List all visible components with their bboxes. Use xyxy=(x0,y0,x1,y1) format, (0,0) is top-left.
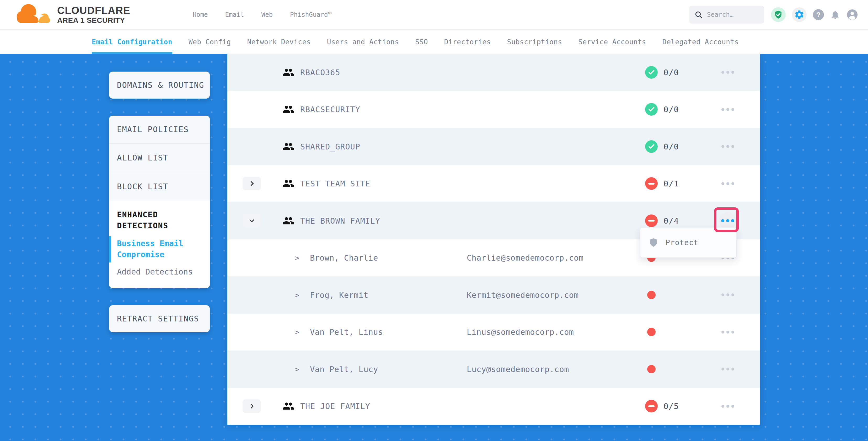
nav-item-web[interactable]: Web xyxy=(261,11,273,18)
table-row-member: >Van Pelt, LucyLucy@somedemocorp.com xyxy=(227,351,760,388)
ellipsis-dot xyxy=(726,405,729,408)
protection-count: 0/0 xyxy=(663,142,679,151)
group-name: RBACO365 xyxy=(300,68,340,77)
row-menu-button[interactable] xyxy=(715,175,741,193)
ellipsis-dot xyxy=(726,330,729,334)
sidebar-policies-card: EMAIL POLICIESALLOW LISTBLOCK LIST ENHAN… xyxy=(109,116,210,288)
page: CLOUDFLARE AREA 1 SECURITY HomeEmailWebP… xyxy=(0,0,868,441)
member-email: Charlie@somedemocorp.com xyxy=(467,253,584,262)
status-check-badge xyxy=(645,103,658,116)
chevron-right-icon xyxy=(249,181,254,186)
nav-item-email[interactable]: Email xyxy=(225,11,244,18)
row-menu-button[interactable] xyxy=(715,63,741,82)
tab-service-accounts[interactable]: Service Accounts xyxy=(579,30,646,54)
status-dot xyxy=(647,291,656,299)
logo-subtitle: AREA 1 SECURITY xyxy=(57,17,130,24)
logo-text: CLOUDFLARE AREA 1 SECURITY xyxy=(57,5,130,24)
search-input[interactable] xyxy=(707,11,759,18)
tab-email-configuration[interactable]: Email Configuration xyxy=(92,30,172,54)
shield-check-icon[interactable] xyxy=(771,7,786,22)
chevron-right-icon[interactable]: > xyxy=(295,254,299,262)
sidebar-item-allow-list[interactable]: ALLOW LIST xyxy=(109,144,210,172)
tab-subscriptions[interactable]: Subscriptions xyxy=(507,30,562,54)
header-right: ? xyxy=(689,6,858,24)
shield-icon xyxy=(649,238,658,247)
ellipsis-dot xyxy=(721,182,724,185)
table-row-group: RBACO3650/0 xyxy=(227,54,760,91)
group-name: SHARED_GROUP xyxy=(300,142,360,151)
table-row-group: SHARED_GROUP0/0 xyxy=(227,128,760,165)
ellipsis-dot xyxy=(732,405,734,408)
logo-title: CLOUDFLARE xyxy=(57,5,130,16)
member-email: Lucy@somedemocorp.com xyxy=(467,365,569,374)
status-dot xyxy=(647,365,656,373)
sidebar-item-retract-settings[interactable]: RETRACT SETTINGS xyxy=(109,305,210,332)
app-header: CLOUDFLARE AREA 1 SECURITY HomeEmailWebP… xyxy=(0,0,868,29)
group-name: THE BROWN FAMILY xyxy=(300,216,380,225)
chevron-right-icon xyxy=(249,404,254,409)
chevron-right-icon[interactable]: > xyxy=(295,365,299,373)
search-box[interactable] xyxy=(689,6,764,24)
row-menu-button[interactable] xyxy=(715,137,741,156)
expand-toggle-button[interactable] xyxy=(243,177,261,190)
protection-count: 0/1 xyxy=(663,179,679,188)
table-row-group: THE JOE FAMILY0/5 xyxy=(227,388,760,425)
table-row-member: >Frog, KermitKermit@somedemocorp.com xyxy=(227,276,760,314)
row-menu-button[interactable] xyxy=(715,360,741,378)
member-email: Kermit@somedemocorp.com xyxy=(467,290,579,300)
popover-item-protect[interactable]: Protect xyxy=(640,238,736,247)
minus-icon xyxy=(648,405,655,407)
cloudflare-logo[interactable]: CLOUDFLARE AREA 1 SECURITY xyxy=(15,2,130,27)
row-menu-button[interactable] xyxy=(715,323,741,341)
ellipsis-dot xyxy=(732,368,734,371)
chevron-right-icon[interactable]: > xyxy=(295,328,299,336)
table-row-member: >Van Pelt, LinusLinus@somedemocorp.com xyxy=(227,314,760,351)
nav-item-home[interactable]: Home xyxy=(193,11,208,18)
avatar-icon[interactable] xyxy=(846,9,858,21)
cloudflare-cloud-icon xyxy=(15,2,55,27)
search-icon xyxy=(694,10,703,19)
member-name: Van Pelt, Lucy xyxy=(310,365,378,374)
sidebar-policy-items: EMAIL POLICIESALLOW LISTBLOCK LIST xyxy=(109,116,210,201)
sidebar-item-added-detections[interactable]: Added Detections xyxy=(117,266,202,277)
status-blocked-badge xyxy=(645,400,658,412)
group-name: RBACSECURITY xyxy=(300,105,360,114)
member-name: Frog, Kermit xyxy=(310,290,368,300)
ellipsis-dot xyxy=(732,145,734,148)
popover-item-label: Protect xyxy=(665,238,698,247)
tab-sso[interactable]: SSO xyxy=(415,30,428,54)
sidebar-item-domains-routing[interactable]: DOMAINS & ROUTING xyxy=(109,71,210,99)
ellipsis-dot xyxy=(726,293,729,296)
sidebar-item-block-list[interactable]: BLOCK LIST xyxy=(109,172,210,201)
status-blocked-badge xyxy=(645,177,658,190)
protection-count: 0/0 xyxy=(663,105,679,114)
help-icon[interactable]: ? xyxy=(813,9,824,20)
row-menu-button[interactable] xyxy=(715,286,741,304)
ellipsis-dot xyxy=(721,368,724,371)
ellipsis-dot xyxy=(721,145,724,148)
expand-toggle-button[interactable] xyxy=(243,214,261,228)
row-menu-button[interactable] xyxy=(715,397,741,415)
nav-item-phishguard[interactable]: PhishGuard™ xyxy=(290,11,332,18)
tab-network-devices[interactable]: Network Devices xyxy=(247,30,310,54)
tab-delegated-accounts[interactable]: Delegated Accounts xyxy=(662,30,739,54)
row-menu-button[interactable] xyxy=(715,100,741,119)
main-nav: HomeEmailWebPhishGuard™ xyxy=(193,11,332,18)
bell-icon[interactable] xyxy=(830,10,840,20)
sidebar-item-email-policies[interactable]: EMAIL POLICIES xyxy=(109,116,210,144)
tab-directories[interactable]: Directories xyxy=(444,30,491,54)
gear-icon[interactable] xyxy=(792,7,807,22)
sidebar-item-business-email-compromise[interactable]: Business Email Compromise xyxy=(117,238,196,260)
protection-count: 0/5 xyxy=(663,401,679,411)
tab-web-config[interactable]: Web Config xyxy=(189,30,231,54)
header-icon-group: ? xyxy=(771,7,858,22)
expand-toggle-button[interactable] xyxy=(243,399,261,413)
status-blocked-badge xyxy=(645,215,658,227)
ellipsis-dot xyxy=(732,108,734,111)
tab-users-and-actions[interactable]: Users and Actions xyxy=(327,30,399,54)
ellipsis-dot xyxy=(721,293,724,296)
ellipsis-dot xyxy=(721,330,724,334)
chevron-right-icon[interactable]: > xyxy=(295,291,299,299)
section-tabbar: Email ConfigurationWeb ConfigNetwork Dev… xyxy=(0,29,868,54)
enhanced-detections-items: Business Email CompromiseAdded Detection… xyxy=(117,238,202,277)
